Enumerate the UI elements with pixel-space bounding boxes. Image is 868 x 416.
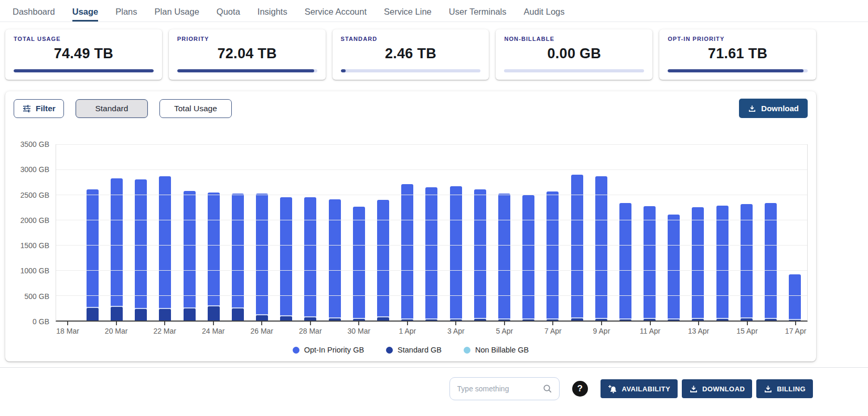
legend-item-standard-gb: Standard GB: [386, 346, 442, 354]
x-slot: 30 Mar: [347, 322, 371, 339]
chart-download-button[interactable]: Download: [739, 99, 808, 118]
bar-30-mar[interactable]: [353, 144, 365, 321]
search-input[interactable]: [457, 385, 542, 393]
nav-item-plans[interactable]: Plans: [115, 7, 137, 22]
nav-item-insights[interactable]: Insights: [258, 7, 287, 22]
footer-button-billing[interactable]: BILLING: [756, 379, 813, 398]
bar-13-apr[interactable]: [692, 144, 704, 321]
segment-opt-in-priority: [546, 191, 559, 318]
bar-3-apr[interactable]: [450, 144, 462, 321]
nav-item-audit-logs[interactable]: Audit Logs: [524, 7, 565, 22]
bar-23-mar[interactable]: [184, 144, 196, 321]
segment-opt-in-priority: [256, 194, 268, 314]
bar-20-mar[interactable]: [111, 144, 123, 321]
x-tick-label: 18 Mar: [56, 327, 79, 335]
y-axis-label: 1000 GB: [20, 266, 49, 275]
bar-6-apr[interactable]: [522, 144, 534, 321]
bar-26-mar[interactable]: [256, 144, 268, 321]
bar-11-apr[interactable]: [644, 144, 656, 321]
bar-29-mar[interactable]: [329, 144, 341, 321]
segment-standard: [353, 319, 365, 321]
bell-plus-icon: [608, 385, 618, 393]
bar-slot: [129, 144, 153, 321]
bar-12-apr[interactable]: [668, 144, 680, 321]
segment-standard: [789, 320, 801, 321]
nav-item-usage[interactable]: Usage: [72, 7, 99, 22]
bar-7-apr[interactable]: [546, 144, 559, 321]
bar-slot: [710, 144, 734, 321]
view-button-total-usage[interactable]: Total Usage: [159, 99, 232, 118]
bar-slot: [468, 144, 492, 321]
bar-21-mar[interactable]: [135, 144, 147, 321]
segment-standard: [692, 319, 704, 321]
bar-16-apr[interactable]: [765, 144, 777, 321]
search-box[interactable]: [449, 377, 560, 400]
stat-progress-track: [668, 69, 808, 72]
bar-10-apr[interactable]: [619, 144, 631, 321]
segment-standard: [474, 319, 486, 321]
view-toggle-group: StandardTotal Usage: [76, 99, 232, 118]
bar-1-apr[interactable]: [401, 144, 413, 321]
bar-22-mar[interactable]: [159, 144, 171, 321]
x-slot: 5 Apr: [492, 322, 517, 339]
footer-button-availability[interactable]: AVAILABILITY: [601, 379, 678, 398]
bar-slot: [589, 144, 613, 321]
bar-25-mar[interactable]: [232, 144, 244, 321]
bar-28-mar[interactable]: [304, 144, 316, 321]
bar-5-apr[interactable]: [498, 144, 510, 321]
stat-label: PRIORITY: [177, 36, 317, 42]
x-tick-label: 7 Apr: [544, 327, 562, 335]
x-slot: 15 Apr: [735, 322, 759, 339]
x-tick-label: 28 Mar: [299, 327, 322, 335]
segment-standard: [644, 319, 656, 321]
bar-9-apr[interactable]: [595, 144, 607, 321]
filter-button[interactable]: Filter: [14, 99, 64, 118]
bar-15-apr[interactable]: [741, 144, 753, 321]
bar-slot: [177, 144, 201, 321]
x-slot: 7 Apr: [541, 322, 565, 339]
bar-24-mar[interactable]: [208, 144, 220, 321]
segment-standard: [765, 319, 777, 321]
x-slot: [128, 322, 153, 339]
segment-standard: [498, 319, 510, 321]
view-button-standard[interactable]: Standard: [76, 99, 148, 118]
segment-opt-in-priority: [135, 179, 147, 308]
segment-opt-in-priority: [87, 189, 99, 307]
segment-opt-in-priority: [353, 207, 365, 318]
x-slot: 9 Apr: [590, 322, 614, 339]
bar-8-apr[interactable]: [571, 144, 583, 321]
nav-item-dashboard[interactable]: Dashboard: [13, 7, 55, 22]
bar-slot: [783, 144, 807, 321]
segment-opt-in-priority: [522, 195, 534, 318]
stat-label: NON-BILLABLE: [504, 36, 644, 42]
x-tick-label: 30 Mar: [348, 327, 371, 335]
x-tick-mark: [650, 322, 651, 325]
y-axis-label: 3000 GB: [20, 165, 49, 174]
help-icon[interactable]: ?: [572, 381, 588, 397]
nav-item-user-terminals[interactable]: User Terminals: [449, 7, 507, 22]
bar-slot: [298, 144, 323, 321]
nav-item-plan-usage[interactable]: Plan Usage: [155, 7, 199, 22]
segment-standard: [450, 319, 462, 321]
bar-14-apr[interactable]: [716, 144, 728, 321]
nav-item-service-account[interactable]: Service Account: [305, 7, 367, 22]
bar-27-mar[interactable]: [280, 144, 292, 321]
stat-value: 71.61 TB: [668, 46, 808, 62]
stat-progress-fill: [668, 69, 803, 72]
bar-31-mar[interactable]: [377, 144, 389, 321]
x-slot: 24 Mar: [201, 322, 226, 339]
x-tick-label: 22 Mar: [153, 327, 176, 335]
segment-standard: [329, 318, 341, 321]
chart-toolbar: Filter StandardTotal Usage Download: [14, 99, 808, 118]
segment-opt-in-priority: [716, 206, 728, 318]
bar-4-apr[interactable]: [474, 144, 486, 321]
nav-item-service-line[interactable]: Service Line: [384, 7, 432, 22]
stat-progress-track: [341, 69, 481, 72]
footer-button-download[interactable]: DOWNLOAD: [682, 379, 752, 398]
bar-17-apr[interactable]: [789, 144, 801, 321]
segment-opt-in-priority: [668, 215, 680, 318]
bar-19-mar[interactable]: [87, 144, 99, 321]
bar-2-apr[interactable]: [425, 144, 437, 321]
nav-item-quota[interactable]: Quota: [217, 7, 240, 22]
x-tick-mark: [455, 322, 456, 325]
